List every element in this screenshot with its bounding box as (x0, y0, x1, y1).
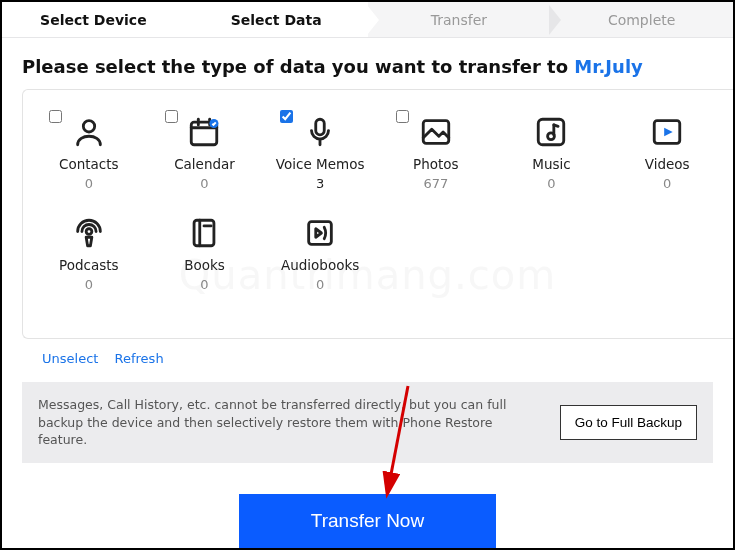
books-count: 0 (200, 277, 208, 292)
svg-point-0 (83, 121, 94, 132)
full-backup-note: Messages, Call History, etc. cannot be t… (22, 382, 713, 463)
data-type-audiobooks[interactable]: Audiobooks0 (264, 211, 376, 294)
step-select-device[interactable]: Select Device (2, 2, 185, 37)
prompt: Please select the type of data you want … (2, 38, 733, 89)
step-select-data[interactable]: Select Data (185, 2, 368, 37)
primary-button-row: Transfer Now (2, 494, 733, 548)
contacts-icon (71, 114, 107, 150)
data-type-panel: Contacts0Calendar0Voice Memos3Photos677M… (22, 89, 733, 339)
audiobooks-icon (302, 215, 338, 251)
music-label: Music (532, 156, 570, 172)
step-label: Complete (608, 12, 675, 28)
step-label: Select Data (231, 12, 322, 28)
data-type-contacts[interactable]: Contacts0 (33, 110, 145, 193)
data-type-podcasts[interactable]: Podcasts0 (33, 211, 145, 294)
calendar-checkbox[interactable] (165, 110, 178, 123)
data-type-books[interactable]: Books0 (149, 211, 261, 294)
step-transfer: Transfer (368, 2, 551, 37)
music-count: 0 (547, 176, 555, 191)
svg-marker-12 (664, 128, 673, 137)
photos-count: 677 (423, 176, 448, 191)
svg-rect-14 (195, 220, 215, 246)
data-type-videos[interactable]: Videos0 (611, 110, 723, 193)
audiobooks-label: Audiobooks (281, 257, 359, 273)
voicememos-icon (302, 114, 338, 150)
data-type-grid: Contacts0Calendar0Voice Memos3Photos677M… (33, 110, 723, 294)
go-to-full-backup-button[interactable]: Go to Full Backup (560, 405, 697, 440)
note-message: Messages, Call History, etc. cannot be t… (38, 396, 544, 449)
step-label: Select Device (40, 12, 147, 28)
data-type-calendar[interactable]: Calendar0 (149, 110, 261, 193)
svg-point-10 (548, 133, 555, 140)
videos-label: Videos (645, 156, 690, 172)
calendar-count: 0 (200, 176, 208, 191)
stepper: Select Device Select Data Transfer Compl… (2, 2, 733, 38)
podcasts-icon (71, 215, 107, 251)
prompt-text: Please select the type of data you want … (22, 56, 574, 77)
link-row: Unselect Refresh (2, 339, 733, 376)
photos-label: Photos (413, 156, 459, 172)
data-type-photos[interactable]: Photos677 (380, 110, 492, 193)
calendar-label: Calendar (174, 156, 235, 172)
step-label: Transfer (431, 12, 487, 28)
calendar-icon (186, 114, 222, 150)
transfer-now-button[interactable]: Transfer Now (239, 494, 496, 548)
music-icon (533, 114, 569, 150)
podcasts-label: Podcasts (59, 257, 119, 273)
contacts-checkbox[interactable] (49, 110, 62, 123)
step-complete: Complete (550, 2, 733, 37)
videos-icon (649, 114, 685, 150)
voicememos-count: 3 (316, 176, 324, 191)
contacts-label: Contacts (59, 156, 119, 172)
refresh-link[interactable]: Refresh (115, 351, 164, 366)
books-icon (186, 215, 222, 251)
videos-count: 0 (663, 176, 671, 191)
voicememos-label: Voice Memos (276, 156, 365, 172)
svg-rect-6 (316, 119, 325, 135)
unselect-link[interactable]: Unselect (42, 351, 98, 366)
books-label: Books (184, 257, 225, 273)
contacts-count: 0 (85, 176, 93, 191)
photos-icon (418, 114, 454, 150)
audiobooks-count: 0 (316, 277, 324, 292)
voicememos-checkbox[interactable] (280, 110, 293, 123)
svg-point-13 (86, 229, 92, 235)
data-type-voicememos[interactable]: Voice Memos3 (264, 110, 376, 193)
podcasts-count: 0 (85, 277, 93, 292)
data-type-music[interactable]: Music0 (496, 110, 608, 193)
target-device-name: Mr.July (574, 56, 642, 77)
photos-checkbox[interactable] (396, 110, 409, 123)
